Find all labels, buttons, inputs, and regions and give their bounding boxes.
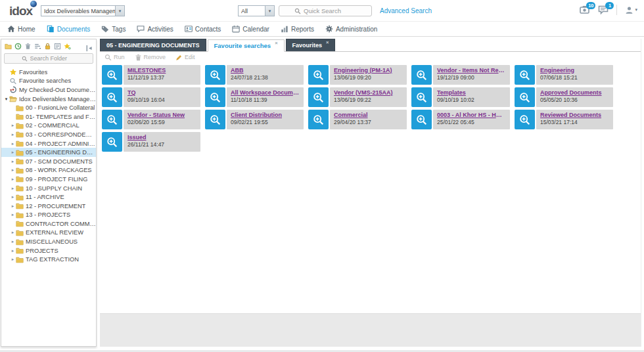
chevron-down-icon[interactable]: ▾ <box>115 6 124 16</box>
tree-item-miscellaneous[interactable]: ▸MISCELLANEOUS <box>1 237 96 246</box>
favourite-search-card[interactable]: Vendor - Status New02/06/20 15:59 <box>102 110 200 129</box>
favourite-search-card[interactable]: Approved Documents05/05/20 10:36 <box>515 87 613 107</box>
advanced-search-link[interactable]: Advanced Search <box>380 7 432 14</box>
expand-arrow-icon[interactable]: ▸ <box>10 204 16 209</box>
collapse-arrow-icon[interactable]: ▾ <box>3 97 9 102</box>
zoom-in-icon[interactable] <box>205 110 225 129</box>
refresh-icon[interactable] <box>14 43 22 50</box>
favourite-search-card[interactable]: ABB24/07/18 21:38 <box>205 65 304 85</box>
nav-item-calendar[interactable]: Calendar <box>232 25 269 33</box>
favourite-search-card[interactable]: Commercial29/04/20 13:37 <box>308 110 407 129</box>
tree-item-10-supply-chain[interactable]: ▸10 - SUPPLY CHAIN <box>1 184 96 193</box>
tree-item-12-procurement[interactable]: ▸12 - PROCUREMENT <box>1 202 96 211</box>
tree-item-09-project-filing[interactable]: ▸09 - PROJECT FILING <box>1 175 96 184</box>
nav-item-activities[interactable]: Activities <box>137 25 173 33</box>
expand-arrow-icon[interactable]: ▸ <box>10 248 16 253</box>
zoom-in-icon[interactable] <box>102 132 122 152</box>
zoom-in-icon[interactable] <box>515 110 535 129</box>
favourite-search-link[interactable]: Commercial <box>334 112 403 118</box>
tree-item-external-review[interactable]: ▸EXTERNAL REVIEW <box>1 229 96 238</box>
user-menu[interactable]: ▾ <box>625 6 637 14</box>
favourite-search-link[interactable]: 0003 - Al Khor HS - HANDOVER <box>437 112 506 118</box>
run-button[interactable]: Run <box>104 54 125 61</box>
favourite-search-link[interactable]: Issued <box>127 134 196 141</box>
folder-details-icon[interactable] <box>54 43 61 50</box>
new-folder-icon[interactable] <box>5 43 12 50</box>
favourite-search-card[interactable]: Vendor (VMS-215AA)13/06/19 09:22 <box>308 87 407 107</box>
expand-arrow-icon[interactable]: ▸ <box>10 177 16 182</box>
tree-item-projects[interactable]: ▸PROJECTS <box>1 246 96 255</box>
messages-icon[interactable]: 1 <box>598 5 609 14</box>
zoom-in-icon[interactable] <box>411 87 432 107</box>
nav-item-home[interactable]: Home <box>7 25 35 33</box>
zoom-in-icon[interactable] <box>308 110 329 129</box>
favourite-search-link[interactable]: Client Distribution <box>231 112 300 118</box>
favourite-search-link[interactable]: Vendor - Status New <box>127 112 196 118</box>
expand-arrow-icon[interactable]: ▸ <box>10 194 16 200</box>
tab-05-engineering-documents[interactable]: 05 - ENGINEERING DOCUMENTS <box>100 39 206 51</box>
zoom-in-icon[interactable] <box>411 65 432 85</box>
favourite-search-card[interactable]: Engineering (PM-1A)13/06/19 09:20 <box>308 65 407 85</box>
tree-item-contractor-comments[interactable]: CONTRACTOR COMMENTS <box>1 219 96 229</box>
expand-arrow-icon[interactable]: ▸ <box>10 150 16 155</box>
favourite-search-link[interactable]: ABB <box>231 67 300 74</box>
nav-item-administration[interactable]: Administration <box>325 25 377 33</box>
favourite-search-card[interactable]: Vendor - Items Not Returned19/12/19 09:0… <box>411 65 510 85</box>
tree-item-07-scm-documents[interactable]: ▸07 - SCM DOCUMENTS <box>1 157 96 166</box>
tree-item-08-work-packages[interactable]: ▸08 - WORK PACKAGES <box>1 166 96 175</box>
expand-arrow-icon[interactable]: ▸ <box>10 257 16 262</box>
nav-item-reports[interactable]: Reports <box>281 25 314 33</box>
expand-arrow-icon[interactable]: ▸ <box>10 239 16 244</box>
nav-item-tags[interactable]: Tags <box>101 25 126 33</box>
favourite-search-card[interactable]: Client Distribution09/02/21 19:55 <box>205 110 304 129</box>
expand-arrow-icon[interactable]: ▸ <box>10 123 16 128</box>
collapse-sidebar-icon[interactable] <box>85 43 93 50</box>
tree-item-04-project-administration[interactable]: ▸04 - PROJECT ADMINISTRATION <box>1 139 96 148</box>
nav-item-contacts[interactable]: Contacts <box>185 25 221 33</box>
tree-item-03-correspondence[interactable]: ▸03 - CORRESPONDENCE <box>1 130 96 139</box>
lock-icon[interactable] <box>44 43 51 50</box>
quick-search-box[interactable] <box>279 5 372 16</box>
tree-item-13-projects[interactable]: ▸13 - PROJECTS <box>1 211 96 220</box>
folder-search-input[interactable] <box>30 55 76 62</box>
favourite-search-link[interactable]: Engineering (PM-1A) <box>334 67 403 74</box>
favourite-search-card[interactable]: 0003 - Al Khor HS - HANDOVER25/01/22 05:… <box>411 110 510 129</box>
tree-item-00-fusionlive-collateral[interactable]: 00 - FusionLive Collateral <box>1 103 96 112</box>
favourite-search-card[interactable]: Reviewed Documents15/03/21 17:14 <box>515 110 613 129</box>
zoom-in-icon[interactable] <box>102 65 122 85</box>
favourite-search-link[interactable]: Templates <box>437 89 506 96</box>
expand-arrow-icon[interactable]: ▸ <box>10 159 16 164</box>
expand-arrow-icon[interactable]: ▸ <box>10 212 16 217</box>
expand-arrow-icon[interactable]: ▸ <box>10 132 16 137</box>
tree-item-01-templates-and-forms[interactable]: 01- TEMPLATES and FORMS <box>1 112 96 121</box>
favourite-search-link[interactable]: All Workspace Documents <box>231 89 300 96</box>
zoom-in-icon[interactable] <box>308 65 329 85</box>
edit-button[interactable]: Edit <box>175 54 195 61</box>
tab-favourites[interactable]: Favourites× <box>286 39 336 51</box>
search-scope-select[interactable]: All ▾ <box>238 5 275 16</box>
workspace-select[interactable]: Idox Deliverables Management ▾ <box>41 5 125 16</box>
folder-search-box[interactable] <box>4 53 93 64</box>
favourite-search-card[interactable]: Engineering07/06/18 15:21 <box>515 65 613 85</box>
delete-folder-icon[interactable] <box>24 43 32 50</box>
quick-search-input[interactable] <box>304 7 356 14</box>
zoom-in-icon[interactable] <box>411 110 432 129</box>
tree-item-favourite-searches[interactable]: Favourite searches <box>1 77 96 86</box>
favourite-search-link[interactable]: MILESTONES <box>127 67 196 74</box>
checkouts-icon[interactable]: 10 <box>580 5 590 14</box>
tree-item-tag-extraction[interactable]: ▸TAG EXTRACTION <box>1 255 96 264</box>
tree-item-05-engineering-documents[interactable]: ▸05 - ENGINEERING DOCUMENTS <box>1 148 96 157</box>
favourite-search-card[interactable]: Templates09/10/19 10:02 <box>411 87 510 107</box>
close-icon[interactable]: × <box>326 40 329 45</box>
expand-arrow-icon[interactable]: ▸ <box>10 186 16 191</box>
chevron-down-icon[interactable]: ▾ <box>265 6 274 16</box>
zoom-in-icon[interactable] <box>308 87 329 107</box>
remove-button[interactable]: Remove <box>135 54 166 61</box>
favourite-search-card[interactable]: All Workspace Documents11/10/18 11:39 <box>205 87 304 107</box>
favourite-search-link[interactable]: Vendor (VMS-215AA) <box>334 89 403 96</box>
add-favourite-icon[interactable] <box>64 43 71 50</box>
tree-item-idox-deliverables-management[interactable]: ▾Idox Deliverables Management <box>1 95 96 104</box>
zoom-in-icon[interactable] <box>205 65 225 85</box>
tree-item-my-checked-out-documents[interactable]: My Checked-Out Documents <box>1 85 96 95</box>
move-folder-icon[interactable] <box>34 43 41 50</box>
